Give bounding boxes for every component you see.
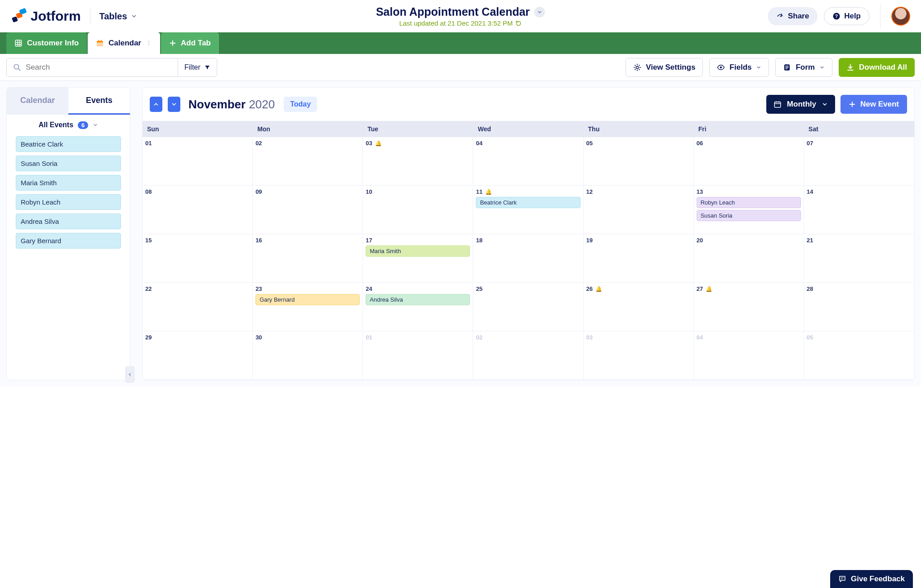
calendar-cell[interactable]: 24Andrea Silva xyxy=(363,283,473,331)
next-month-button[interactable] xyxy=(168,97,180,112)
day-number: 25 xyxy=(476,285,580,292)
tables-menu[interactable]: Tables xyxy=(99,11,137,22)
calendar-cell[interactable]: 16 xyxy=(253,234,363,283)
calendar-event[interactable]: Gary Bernard xyxy=(255,294,360,305)
all-events-header[interactable]: All Events 6 xyxy=(7,115,130,134)
calendar-cell[interactable]: 05 xyxy=(584,137,694,186)
event-chip[interactable]: Susan Soria xyxy=(16,156,121,171)
calendar-cell[interactable]: 22 xyxy=(143,283,253,331)
download-label: Download All xyxy=(859,63,907,72)
search-input[interactable] xyxy=(26,63,171,72)
form-button[interactable]: Form xyxy=(775,58,832,77)
new-event-label: New Event xyxy=(860,100,899,109)
event-chip[interactable]: Maria Smith xyxy=(16,175,121,191)
help-icon: ? xyxy=(832,12,841,20)
day-number: 28 xyxy=(807,285,912,292)
new-event-button[interactable]: New Event xyxy=(841,95,907,114)
calendar-cell[interactable]: 03 xyxy=(584,331,694,380)
today-button[interactable]: Today xyxy=(284,97,317,112)
share-button[interactable]: Share xyxy=(768,7,818,25)
calendar-cell[interactable]: 30 xyxy=(253,331,363,380)
chevron-down-icon xyxy=(819,65,825,70)
calendar-cell[interactable]: 27🔔 xyxy=(694,283,804,331)
more-icon[interactable] xyxy=(146,39,152,47)
day-number: 08 xyxy=(145,188,250,195)
calendar-cell[interactable]: 12 xyxy=(584,186,694,234)
calendar-event[interactable]: Andrea Silva xyxy=(366,294,470,305)
event-list: Beatrice ClarkSusan SoriaMaria SmithRoby… xyxy=(7,134,130,258)
calendar-cell[interactable]: 05 xyxy=(804,331,914,380)
day-number: 04 xyxy=(697,334,801,341)
fields-button[interactable]: Fields xyxy=(709,58,769,77)
calendar-cell[interactable]: 26🔔 xyxy=(584,283,694,331)
dow-header: Fri xyxy=(694,121,804,137)
calendar-cell[interactable]: 10 xyxy=(363,186,473,234)
calendar-cell[interactable]: 20 xyxy=(694,234,804,283)
calendar-cell[interactable]: 11🔔Beatrice Clark xyxy=(473,186,583,234)
filter-label: Filter xyxy=(184,63,201,71)
main-area: Calendar Events All Events 6 Beatrice Cl… xyxy=(0,81,921,387)
side-tab-calendar[interactable]: Calendar xyxy=(7,88,68,115)
tab-customer-info[interactable]: Customer Info xyxy=(6,32,87,54)
calendar-event[interactable]: Susan Soria xyxy=(697,210,801,221)
calendar-cell[interactable]: 28 xyxy=(804,283,914,331)
day-number: 17 xyxy=(366,237,470,244)
view-mode-select[interactable]: Monthly xyxy=(766,95,835,114)
calendar-cell[interactable]: 14 xyxy=(804,186,914,234)
download-all-button[interactable]: Download All xyxy=(839,58,915,77)
calendar-cell[interactable]: 01 xyxy=(363,331,473,380)
page-title-block: Salon Appointment Calendar Last updated … xyxy=(376,5,545,27)
calendar-cell[interactable]: 17Maria Smith xyxy=(363,234,473,283)
calendar-cell[interactable]: 13Robyn LeachSusan Soria xyxy=(694,186,804,234)
chevron-up-icon xyxy=(153,101,159,107)
svg-rect-9 xyxy=(101,40,102,42)
prev-month-button[interactable] xyxy=(150,97,162,112)
filter-button[interactable]: Filter xyxy=(178,58,217,76)
add-tab-button[interactable]: Add Tab xyxy=(161,32,219,54)
event-chip[interactable]: Gary Bernard xyxy=(16,233,121,249)
bell-icon: 🔔 xyxy=(375,140,382,147)
day-number: 16 xyxy=(255,237,360,244)
calendar-cell[interactable]: 08 xyxy=(143,186,253,234)
plus-icon xyxy=(849,101,856,108)
calendar-cell[interactable]: 04 xyxy=(473,137,583,186)
event-chip[interactable]: Andrea Silva xyxy=(16,214,121,229)
calendar-event[interactable]: Maria Smith xyxy=(366,245,470,257)
avatar[interactable] xyxy=(891,7,910,26)
share-icon xyxy=(776,12,784,20)
view-settings-label: View Settings xyxy=(646,63,695,72)
search-box[interactable] xyxy=(7,63,178,72)
day-number: 18 xyxy=(476,237,580,244)
calendar-cell[interactable]: 29 xyxy=(143,331,253,380)
tab-calendar[interactable]: Calendar xyxy=(88,32,160,54)
calendar-event[interactable]: Beatrice Clark xyxy=(476,197,580,208)
event-chip[interactable]: Robyn Leach xyxy=(16,194,121,210)
chevron-down-icon xyxy=(131,13,137,19)
calendar-cell[interactable]: 18 xyxy=(473,234,583,283)
calendar-cell[interactable]: 09 xyxy=(253,186,363,234)
calendar-cell[interactable]: 07 xyxy=(804,137,914,186)
side-tab-events[interactable]: Events xyxy=(68,88,130,115)
title-dropdown[interactable] xyxy=(534,7,545,18)
bell-icon: 🔔 xyxy=(595,286,602,292)
calendar-cell[interactable]: 21 xyxy=(804,234,914,283)
calendar-cell[interactable]: 15 xyxy=(143,234,253,283)
calendar-cell[interactable]: 03🔔 xyxy=(363,137,473,186)
toolbar: Filter View Settings Fields Form Downloa… xyxy=(0,54,921,81)
calendar-cell[interactable]: 01 xyxy=(143,137,253,186)
calendar-cell[interactable]: 25 xyxy=(473,283,583,331)
help-button[interactable]: ? Help xyxy=(824,7,869,25)
event-chip[interactable]: Beatrice Clark xyxy=(16,136,121,152)
calendar-cell[interactable]: 06 xyxy=(694,137,804,186)
collapse-sidebar-handle[interactable] xyxy=(125,366,134,383)
calendar-cell[interactable]: 19 xyxy=(584,234,694,283)
calendar-cell[interactable]: 23Gary Bernard xyxy=(253,283,363,331)
calendar-cell[interactable]: 02 xyxy=(253,137,363,186)
calendar-cell[interactable]: 02 xyxy=(473,331,583,380)
calendar-event[interactable]: Robyn Leach xyxy=(697,197,801,208)
calendar-cell[interactable]: 04 xyxy=(694,331,804,380)
download-icon xyxy=(846,63,854,71)
logo[interactable]: Jotform xyxy=(11,8,81,24)
view-settings-button[interactable]: View Settings xyxy=(626,58,703,77)
refresh-icon[interactable] xyxy=(515,20,522,27)
